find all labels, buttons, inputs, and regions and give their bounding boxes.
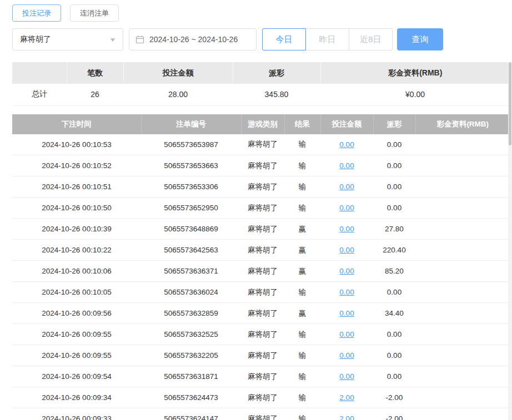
bet-amount-link[interactable]: 2.00 (339, 414, 354, 420)
bet-time-cell: 2024-10-26 00:10:51 (12, 176, 141, 198)
payout-cell: 85.20 (373, 261, 415, 282)
result-cell: 输 (284, 345, 320, 366)
game-type-cell: 麻将胡了 (241, 240, 284, 261)
result-cell: 赢 (284, 261, 320, 282)
game-type-cell: 麻将胡了 (241, 408, 284, 420)
payout-cell: 0.00 (373, 345, 415, 366)
bonus-cell (415, 324, 510, 345)
record-row: 2024-10-26 00:10:505065573652950麻将胡了输0.0… (12, 198, 510, 219)
record-row: 2024-10-26 00:10:225065573642563麻将胡了赢0.0… (12, 240, 510, 261)
bet-amount-cell: 0.00 (320, 134, 373, 155)
payout-cell: 0.00 (373, 176, 415, 198)
game-type-cell: 麻将胡了 (241, 387, 284, 408)
game-type-select-value: 麻将胡了 (20, 34, 51, 44)
order-id-cell: 5065573648869 (141, 219, 241, 240)
summary-header-bet-amount: 投注金额 (123, 62, 233, 84)
summary-total-label: 总计 (12, 84, 67, 105)
bet-amount-cell: 0.00 (320, 366, 373, 387)
bet-amount-link[interactable]: 0.00 (339, 140, 354, 149)
order-id-cell: 5065573632205 (141, 345, 241, 366)
result-cell: 赢 (284, 303, 320, 324)
record-row: 2024-10-26 00:10:525065573653663麻将胡了输0.0… (12, 155, 510, 176)
record-row: 2024-10-26 00:10:535065573653987麻将胡了输0.0… (12, 134, 510, 155)
tab-cancelled-orders[interactable]: 连消注单 (70, 4, 119, 22)
summary-total-payout: 345.80 (233, 84, 320, 105)
bet-amount-cell: 0.00 (320, 176, 373, 198)
filter-row: 麻将胡了 ▼ 2024-10-26 ~ 2024-10-26 今日 昨日 近8日… (12, 28, 512, 50)
bonus-cell (415, 198, 510, 219)
order-id-cell: 5065573642563 (141, 240, 241, 261)
bonus-cell (415, 134, 510, 155)
payout-cell: -2.00 (373, 387, 415, 408)
bet-amount-link[interactable]: 0.00 (339, 267, 354, 275)
record-row: 2024-10-26 00:10:055065573636024麻将胡了输0.0… (12, 282, 510, 303)
bet-amount-link[interactable]: 0.00 (339, 330, 354, 338)
bet-amount-cell: 0.00 (320, 155, 373, 176)
game-type-cell: 麻将胡了 (241, 155, 284, 176)
vertical-scrollbar[interactable] (508, 62, 512, 420)
column-header-order-id: 注单编号 (141, 114, 241, 134)
record-row: 2024-10-26 00:10:395065573648869麻将胡了赢0.0… (12, 219, 510, 240)
bet-time-cell: 2024-10-26 00:09:56 (12, 303, 141, 324)
bet-amount-link[interactable]: 2.00 (339, 393, 354, 402)
result-cell: 赢 (284, 219, 320, 240)
bet-time-cell: 2024-10-26 00:09:34 (12, 387, 141, 408)
bet-time-cell: 2024-10-26 00:09:55 (12, 345, 141, 366)
payout-cell: 27.80 (373, 219, 415, 240)
summary-total-bet-amount: 28.00 (123, 84, 233, 105)
game-type-cell: 麻将胡了 (241, 219, 284, 240)
bet-time-cell: 2024-10-26 00:10:22 (12, 240, 141, 261)
bonus-cell (415, 282, 510, 303)
order-id-cell: 5065573632525 (141, 324, 241, 345)
record-row: 2024-10-26 00:10:515065573653306麻将胡了输0.0… (12, 176, 510, 198)
bet-amount-cell: 0.00 (320, 303, 373, 324)
game-type-cell: 麻将胡了 (241, 198, 284, 219)
bet-amount-cell: 0.00 (320, 240, 373, 261)
payout-cell: 0.00 (373, 134, 415, 155)
bet-amount-link[interactable]: 0.00 (339, 309, 354, 317)
column-header-game-type: 游戏类别 (241, 114, 284, 134)
scrollbar-thumb[interactable] (509, 62, 511, 145)
record-row: 2024-10-26 00:09:555065573632525麻将胡了输0.0… (12, 324, 510, 345)
game-type-cell: 麻将胡了 (241, 324, 284, 345)
quick-range-group: 今日 昨日 近8日 (262, 28, 393, 50)
records-table: 下注时间 注单编号 游戏类别 结果 投注金额 派彩 彩金资料(RMB) 2024… (12, 114, 510, 420)
range-button-last-8-days[interactable]: 近8日 (349, 28, 393, 50)
bet-amount-link[interactable]: 0.00 (339, 246, 354, 254)
bet-amount-cell: 2.00 (320, 408, 373, 420)
bet-amount-link[interactable]: 0.00 (339, 183, 354, 191)
order-id-cell: 5065573653663 (141, 155, 241, 176)
column-header-bet-amount: 投注金额 (320, 114, 373, 134)
bet-amount-link[interactable]: 0.00 (339, 351, 354, 360)
tab-betting-records[interactable]: 投注记录 (12, 4, 61, 22)
bet-amount-link[interactable]: 0.00 (339, 372, 354, 381)
payout-cell: 0.00 (373, 366, 415, 387)
range-button-today[interactable]: 今日 (262, 28, 306, 50)
summary-total-count: 26 (67, 84, 123, 105)
payout-cell: 0.00 (373, 198, 415, 219)
bonus-cell (415, 155, 510, 176)
result-cell: 输 (284, 176, 320, 198)
payout-cell: 0.00 (373, 324, 415, 345)
summary-header-blank (12, 62, 67, 84)
query-button[interactable]: 查询 (397, 28, 443, 50)
game-type-select[interactable]: 麻将胡了 ▼ (12, 28, 123, 50)
bet-amount-link[interactable]: 0.00 (339, 288, 354, 296)
bonus-cell (415, 345, 510, 366)
column-header-payout: 派彩 (373, 114, 415, 134)
bet-amount-link[interactable]: 0.00 (339, 204, 354, 212)
payout-cell: 0.00 (373, 155, 415, 176)
summary-header-count: 笔数 (67, 62, 123, 84)
bet-amount-link[interactable]: 0.00 (339, 225, 354, 233)
range-button-yesterday[interactable]: 昨日 (305, 28, 349, 50)
game-type-cell: 麻将胡了 (241, 282, 284, 303)
order-id-cell: 5065573653306 (141, 176, 241, 198)
summary-header-payout: 派彩 (233, 62, 320, 84)
bet-amount-cell: 0.00 (320, 345, 373, 366)
bet-amount-link[interactable]: 0.00 (339, 161, 354, 170)
bonus-cell (415, 176, 510, 198)
date-range-input[interactable]: 2024-10-26 ~ 2024-10-26 (129, 28, 257, 50)
bet-amount-cell: 0.00 (320, 324, 373, 345)
summary-total-bonus: ¥0.00 (320, 84, 510, 105)
order-id-cell: 5065573653987 (141, 134, 241, 155)
